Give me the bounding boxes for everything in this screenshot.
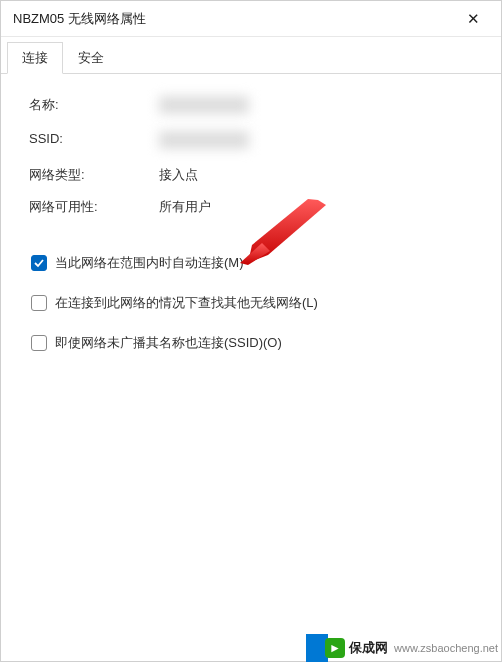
- check-icon: [34, 258, 44, 268]
- availability-label: 网络可用性:: [29, 198, 149, 216]
- tab-bar: 连接 安全: [1, 37, 501, 74]
- auto-connect-row: 当此网络在范围内时自动连接(M): [29, 254, 473, 272]
- ssid-label: SSID:: [29, 131, 149, 152]
- connect-hidden-row: 即使网络未广播其名称也连接(SSID)(O): [29, 334, 473, 352]
- tab-security-label: 安全: [78, 50, 104, 65]
- network-type-label: 网络类型:: [29, 166, 149, 184]
- tab-content: 名称: SSID: 网络类型: 接入点 网络可用性: 所有用户 当此网络在范围内…: [1, 74, 501, 661]
- tab-security[interactable]: 安全: [63, 42, 119, 74]
- connect-hidden-checkbox[interactable]: [31, 335, 47, 351]
- look-other-row: 在连接到此网络的情况下查找其他无线网络(L): [29, 294, 473, 312]
- network-type-value: 接入点: [159, 166, 473, 184]
- titlebar: NBZM05 无线网络属性 ✕: [1, 1, 501, 37]
- look-other-label[interactable]: 在连接到此网络的情况下查找其他无线网络(L): [55, 294, 318, 312]
- window-title: NBZM05 无线网络属性: [13, 10, 453, 28]
- close-button[interactable]: ✕: [453, 5, 493, 33]
- ssid-value: [159, 131, 473, 152]
- tab-connection-label: 连接: [22, 50, 48, 65]
- name-value: [159, 96, 473, 117]
- name-label: 名称:: [29, 96, 149, 117]
- dialog-window: NBZM05 无线网络属性 ✕ 连接 安全 名称: SSID: 网络类型: 接入…: [0, 0, 502, 662]
- connect-hidden-label[interactable]: 即使网络未广播其名称也连接(SSID)(O): [55, 334, 282, 352]
- close-icon: ✕: [467, 10, 480, 28]
- auto-connect-label[interactable]: 当此网络在范围内时自动连接(M): [55, 254, 244, 272]
- look-other-checkbox[interactable]: [31, 295, 47, 311]
- availability-value: 所有用户: [159, 198, 473, 216]
- info-grid: 名称: SSID: 网络类型: 接入点 网络可用性: 所有用户: [29, 96, 473, 216]
- auto-connect-checkbox[interactable]: [31, 255, 47, 271]
- tab-connection[interactable]: 连接: [7, 42, 63, 74]
